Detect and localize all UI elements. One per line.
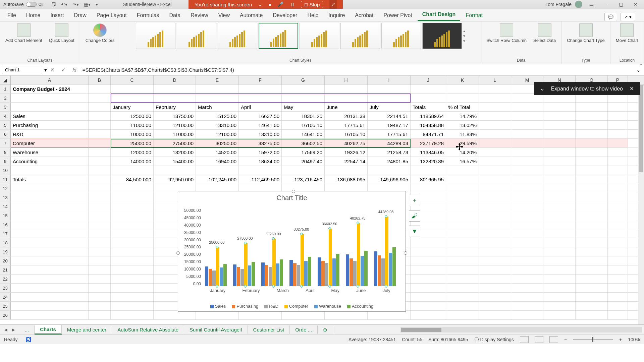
cell[interactable]: 18301.25 bbox=[282, 112, 325, 120]
cell[interactable]: 20497.40 bbox=[282, 157, 325, 166]
zoom-level[interactable]: 100% bbox=[628, 337, 640, 342]
sheet-tab[interactable]: Orde ... bbox=[290, 325, 318, 334]
toggle-icon[interactable] bbox=[26, 2, 37, 7]
row-header[interactable]: 15 bbox=[0, 211, 11, 220]
ribbon-mode-icon[interactable]: ▭ bbox=[586, 2, 597, 7]
row-header[interactable]: 14 bbox=[0, 202, 11, 211]
bar[interactable] bbox=[293, 263, 297, 286]
comments-button[interactable]: 💬 bbox=[604, 13, 617, 21]
cell[interactable]: 13200.00 bbox=[154, 148, 196, 157]
cell[interactable]: 19326.12 bbox=[325, 148, 368, 157]
cell[interactable]: 27500.00 bbox=[154, 139, 196, 147]
cell[interactable]: 15125.00 bbox=[196, 112, 239, 120]
tab-formulas[interactable]: Formulas bbox=[132, 10, 164, 21]
bar[interactable] bbox=[353, 261, 357, 286]
legend-item[interactable]: Computer bbox=[284, 304, 308, 309]
resize-handle[interactable] bbox=[176, 251, 180, 255]
data-marker[interactable] bbox=[216, 285, 218, 288]
row-header[interactable]: 22 bbox=[0, 275, 11, 283]
zoom-out-icon[interactable]: − bbox=[564, 337, 567, 342]
enter-icon[interactable]: ✓ bbox=[58, 67, 69, 73]
bar[interactable] bbox=[318, 257, 321, 286]
col-header[interactable]: K bbox=[446, 76, 479, 84]
data-marker[interactable] bbox=[272, 237, 275, 240]
bar[interactable] bbox=[381, 258, 385, 286]
cell[interactable]: Company Budget - 2024 bbox=[11, 84, 89, 93]
cell[interactable]: Totals bbox=[411, 103, 446, 111]
sheet-nav-next-icon[interactable]: ► bbox=[11, 327, 16, 333]
worksheet-grid[interactable]: ◢ A B C D E F G H I J K L M N O P 1Compa… bbox=[0, 76, 644, 324]
bar[interactable] bbox=[357, 223, 360, 286]
bar[interactable] bbox=[374, 251, 377, 286]
bar[interactable] bbox=[346, 254, 349, 286]
tab-view[interactable]: View bbox=[214, 10, 234, 21]
autosave-toggle[interactable]: AutoSave Off bbox=[0, 2, 47, 7]
gallery-scroll-icon[interactable]: ▴ bbox=[463, 29, 465, 33]
cell[interactable]: 20131.38 bbox=[325, 112, 368, 120]
bar[interactable] bbox=[364, 251, 368, 286]
sheet-tab[interactable]: Customer List bbox=[248, 325, 290, 334]
cell[interactable]: 94871.71 bbox=[411, 130, 446, 138]
bar[interactable] bbox=[252, 262, 255, 286]
col-header[interactable]: D bbox=[154, 76, 196, 84]
cell[interactable]: February bbox=[154, 103, 196, 111]
cell[interactable]: 17715.61 bbox=[368, 130, 411, 138]
row-header[interactable]: 13 bbox=[0, 193, 11, 202]
row-header[interactable]: 5 bbox=[0, 121, 11, 129]
maximize-icon[interactable]: ▢ bbox=[615, 2, 627, 7]
col-header[interactable]: H bbox=[325, 76, 368, 84]
tab-developer[interactable]: Developer bbox=[268, 10, 302, 21]
data-marker[interactable] bbox=[385, 215, 387, 218]
cell[interactable]: 11000.00 bbox=[154, 130, 196, 138]
cell[interactable]: R&D bbox=[11, 130, 89, 138]
popout-icon[interactable]: ⤢ bbox=[329, 0, 337, 9]
bar[interactable] bbox=[261, 262, 265, 286]
accessibility-icon[interactable]: ♿ bbox=[25, 337, 31, 342]
share-button[interactable]: ↗ ▾ bbox=[621, 13, 635, 21]
bar[interactable] bbox=[350, 258, 353, 286]
legend-item[interactable]: Purchasing bbox=[232, 304, 258, 309]
row-header[interactable]: 19 bbox=[0, 247, 11, 256]
namebox-chevron-icon[interactable]: ▾ bbox=[44, 67, 47, 73]
cell[interactable]: 25000.00 bbox=[111, 139, 154, 147]
name-box[interactable] bbox=[2, 66, 42, 74]
cell[interactable]: 112,469.500 bbox=[239, 175, 282, 184]
bar[interactable] bbox=[272, 239, 276, 286]
cell[interactable]: 113846.05 bbox=[411, 148, 446, 157]
sheet-tab-charts[interactable]: Charts bbox=[35, 325, 62, 335]
resize-handle[interactable] bbox=[292, 190, 295, 193]
move-chart-button[interactable]: Move Chart bbox=[614, 23, 640, 44]
chart-object[interactable]: Chart Title 50000.0045000.0040000.003500… bbox=[178, 191, 406, 312]
chart-style-thumb[interactable] bbox=[218, 23, 257, 49]
cell[interactable]: 15972.00 bbox=[239, 148, 282, 157]
cell[interactable]: 22547.14 bbox=[325, 157, 368, 166]
formula-input[interactable]: =SERIES(Charts!$A$7:$B$7,Charts!$C$3:$I$… bbox=[80, 66, 633, 74]
chart-legend[interactable]: SalesPurchasingR&DComputerWarehouseAccou… bbox=[178, 304, 406, 309]
mic-icon[interactable]: 🎤 bbox=[277, 1, 284, 7]
bar[interactable] bbox=[361, 256, 364, 286]
tab-format[interactable]: Format bbox=[461, 10, 487, 21]
row-header[interactable]: 26 bbox=[0, 311, 11, 319]
cell[interactable]: April bbox=[239, 103, 282, 111]
tab-home[interactable]: Home bbox=[21, 10, 45, 21]
bar[interactable] bbox=[212, 270, 216, 286]
cell[interactable]: 12000.00 bbox=[111, 148, 154, 157]
cancel-icon[interactable]: ✕ bbox=[47, 67, 58, 73]
cell[interactable]: 102,245.000 bbox=[196, 175, 239, 184]
cell[interactable]: 14000.00 bbox=[111, 157, 154, 166]
cell[interactable]: 16105.10 bbox=[325, 130, 368, 138]
cell[interactable]: 21258.73 bbox=[368, 148, 411, 157]
redo-icon[interactable]: ↷▾ bbox=[72, 2, 79, 7]
page-layout-view-icon[interactable] bbox=[535, 336, 543, 343]
qat-icon[interactable]: ▦▾ bbox=[84, 2, 91, 7]
cell[interactable]: 92,950.000 bbox=[154, 175, 196, 184]
tab-data[interactable]: Data bbox=[164, 10, 185, 21]
cell[interactable]: 16.57% bbox=[446, 157, 479, 166]
chart-elements-button[interactable]: + bbox=[409, 195, 420, 206]
row-header[interactable]: 20 bbox=[0, 256, 11, 265]
cell[interactable]: 132820.39 bbox=[411, 157, 446, 166]
bar[interactable] bbox=[237, 267, 240, 286]
new-sheet-button[interactable]: ⊕ bbox=[318, 325, 333, 334]
cell[interactable]: 12100.00 bbox=[196, 130, 239, 138]
bar[interactable] bbox=[289, 260, 293, 286]
